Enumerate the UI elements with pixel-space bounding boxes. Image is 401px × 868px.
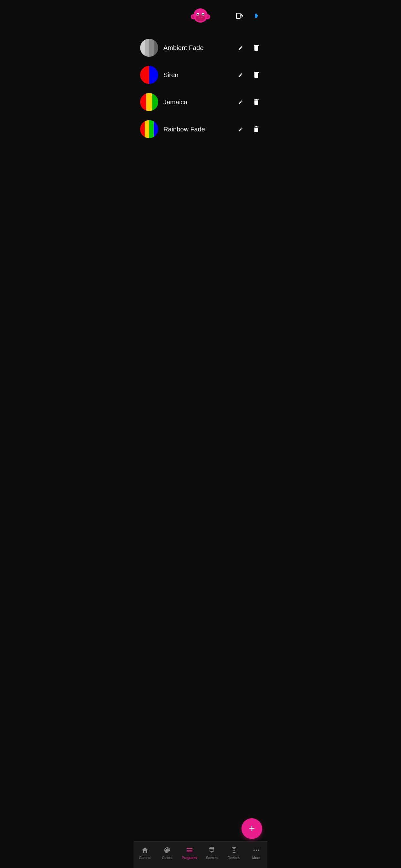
programs-icon [185,846,194,855]
program-actions [236,97,261,107]
program-icon-jamaica [140,93,158,111]
programs-list: Ambient Fade Siren [134,29,267,841]
delete-button[interactable] [251,97,261,107]
bottom-navigation: Control Colors Programs Scenes [134,841,267,868]
add-icon: + [249,823,255,833]
edit-button[interactable] [236,70,246,81]
tab-colors[interactable]: Colors [156,844,178,862]
tab-devices-label: Devices [227,856,240,860]
program-icon-siren [140,66,158,84]
svg-point-16 [256,849,257,851]
tab-scenes-label: Scenes [206,856,218,860]
delete-button[interactable] [251,42,261,53]
tab-control-label: Control [139,856,150,860]
svg-point-11 [201,17,203,18]
program-actions [236,42,261,53]
palette-icon [163,846,172,855]
delete-button[interactable] [251,124,261,135]
tab-more[interactable]: More [245,844,267,862]
svg-point-9 [203,14,204,15]
home-icon [141,846,149,855]
program-icon-rainbow-fade [140,120,158,138]
header-actions [234,10,262,23]
tab-scenes[interactable]: Scenes [201,844,223,862]
program-actions [236,70,261,81]
list-item[interactable]: Rainbow Fade [134,116,267,143]
edit-button[interactable] [236,97,246,107]
tab-devices[interactable]: Devices [223,844,245,862]
svg-point-17 [258,849,259,851]
list-item[interactable]: Ambient Fade [134,34,267,61]
svg-point-10 [198,17,200,18]
program-actions [236,124,261,135]
svg-point-5 [196,15,205,21]
scenes-icon [208,846,216,855]
tab-programs-label: Programs [182,856,197,860]
svg-rect-12 [236,13,240,19]
tab-more-label: More [252,856,260,860]
program-name: Ambient Fade [163,44,236,52]
edit-button[interactable] [236,42,246,53]
add-program-button[interactable]: + [242,818,262,839]
list-item[interactable]: Jamaica [134,89,267,116]
delete-button[interactable] [251,70,261,81]
program-name: Jamaica [163,98,236,106]
program-name: Rainbow Fade [163,126,236,133]
svg-point-8 [197,14,198,15]
header [134,0,267,29]
tab-control[interactable]: Control [134,844,156,862]
list-item[interactable]: Siren [134,61,267,89]
program-icon-ambient-fade [140,39,158,57]
program-name: Siren [163,71,236,79]
tab-programs[interactable]: Programs [178,844,201,862]
edit-button[interactable] [236,124,246,135]
svg-point-15 [253,849,255,851]
more-icon [252,846,260,855]
svg-marker-14 [211,852,212,853]
tab-colors-label: Colors [162,856,173,860]
devices-icon [230,846,238,855]
app-logo [191,6,210,26]
login-button[interactable] [234,10,245,23]
bluetooth-button[interactable] [251,10,262,23]
